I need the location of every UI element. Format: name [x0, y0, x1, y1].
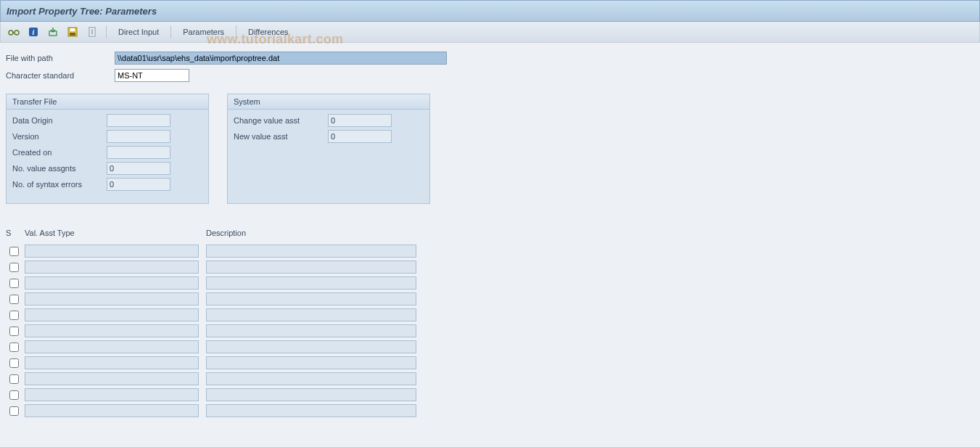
val-asst-type-cell: [25, 372, 199, 385]
form-area: File with path Character standard: [0, 43, 980, 83]
differences-button[interactable]: Differences: [242, 25, 295, 39]
data-origin-value: [107, 114, 170, 127]
table-row: [6, 291, 980, 307]
val-asst-type-cell: [25, 308, 199, 321]
new-val-asst-value: 0: [328, 130, 392, 143]
svg-text:i: i: [33, 28, 35, 36]
file-with-path-label: File with path: [6, 54, 115, 62]
table-row: [6, 243, 980, 259]
no-val-assgnts-label: No. value assgnts: [12, 164, 107, 173]
val-asst-type-cell: [25, 292, 199, 305]
char-std-input[interactable]: [115, 69, 189, 82]
val-asst-type-cell: [25, 388, 199, 401]
direct-input-button[interactable]: Direct Input: [112, 25, 165, 39]
parameters-button[interactable]: Parameters: [176, 25, 231, 39]
col-s-header: S: [6, 229, 22, 237]
data-origin-label: Data Origin: [12, 116, 107, 125]
description-cell: [206, 356, 416, 369]
import-icon[interactable]: [44, 24, 62, 40]
table-row: [6, 403, 980, 419]
row-select-checkbox[interactable]: [9, 279, 19, 288]
svg-rect-8: [89, 28, 95, 36]
transfer-file-group: Transfer File Data Origin Version Create…: [6, 94, 209, 204]
svg-rect-7: [70, 33, 75, 36]
row-select-checkbox[interactable]: [9, 390, 19, 400]
table-row: [6, 355, 980, 371]
no-syntax-errors-label: No. of syntax errors: [12, 180, 107, 189]
toolbar-separator: [170, 25, 171, 38]
table-row: [6, 323, 980, 339]
char-std-label: Character standard: [6, 71, 115, 80]
system-group: System Change value asst 0 New value ass…: [227, 94, 430, 204]
created-on-value: [107, 146, 170, 159]
col-vat-header: Val. Asst Type: [25, 229, 199, 237]
row-select-checkbox[interactable]: [9, 358, 19, 368]
description-cell: [206, 388, 416, 401]
version-label: Version: [12, 132, 107, 141]
description-cell: [206, 245, 416, 258]
description-cell: [206, 276, 416, 290]
group-boxes: Transfer File Data Origin Version Create…: [6, 94, 980, 204]
row-select-checkbox[interactable]: [9, 263, 19, 272]
row-select-checkbox[interactable]: [9, 406, 19, 416]
description-cell: [206, 324, 416, 337]
val-asst-table: S Val. Asst Type Description: [6, 226, 980, 419]
new-val-asst-label: New value asst: [234, 132, 328, 141]
svg-point-0: [9, 30, 13, 35]
table-row: [6, 275, 980, 291]
val-asst-type-cell: [25, 261, 199, 274]
svg-point-1: [15, 30, 19, 35]
window-title-bar: Import Property Tree: Parameters: [0, 0, 980, 22]
save-icon[interactable]: [64, 24, 81, 40]
row-select-checkbox[interactable]: [9, 343, 19, 352]
row-select-checkbox[interactable]: [9, 311, 19, 320]
toolbar-separator: [106, 25, 107, 38]
glasses-display-icon[interactable]: [5, 24, 22, 40]
val-asst-type-cell: [25, 245, 199, 258]
change-val-asst-label: Change value asst: [234, 116, 328, 125]
row-select-checkbox[interactable]: [9, 247, 19, 256]
table-row: [6, 259, 980, 275]
col-desc-header: Description: [206, 229, 416, 237]
table-row: [6, 339, 980, 355]
table-row: [6, 387, 980, 403]
no-val-assgnts-value: 0: [107, 162, 170, 175]
transfer-file-title: Transfer File: [7, 94, 208, 110]
row-select-checkbox[interactable]: [9, 295, 19, 304]
file-with-path-input[interactable]: [115, 52, 447, 65]
system-title: System: [228, 94, 429, 110]
description-cell: [206, 261, 416, 274]
version-value: [107, 130, 170, 143]
change-val-asst-value: 0: [328, 114, 392, 127]
description-cell: [206, 372, 416, 385]
val-asst-type-cell: [25, 324, 199, 337]
val-asst-type-cell: [25, 404, 199, 417]
table-row: [6, 307, 980, 323]
document-icon[interactable]: [83, 24, 101, 40]
description-cell: [206, 308, 416, 321]
svg-rect-6: [70, 28, 75, 31]
description-cell: [206, 292, 416, 305]
no-syntax-errors-value: 0: [107, 178, 170, 191]
val-asst-type-cell: [25, 276, 199, 290]
created-on-label: Created on: [12, 148, 107, 157]
toolbar: i Direct Input Parameters Differences: [0, 22, 980, 43]
row-select-checkbox[interactable]: [9, 327, 19, 336]
val-asst-type-cell: [25, 340, 199, 353]
description-cell: [206, 340, 416, 353]
toolbar-separator: [236, 25, 236, 38]
description-cell: [206, 404, 416, 417]
val-asst-type-cell: [25, 356, 199, 369]
row-select-checkbox[interactable]: [9, 374, 19, 384]
info-icon[interactable]: i: [25, 24, 42, 40]
window-title: Import Property Tree: Parameters: [7, 6, 157, 17]
table-row: [6, 371, 980, 387]
